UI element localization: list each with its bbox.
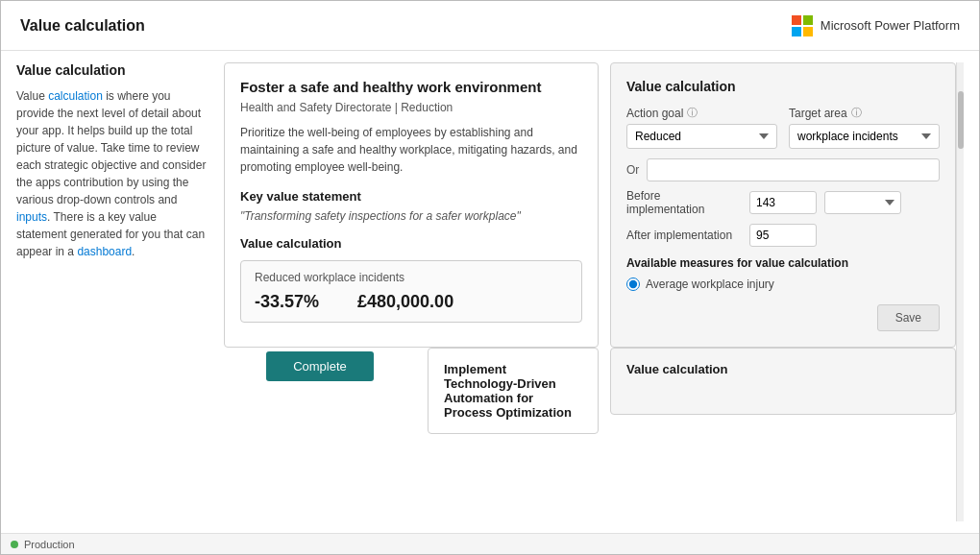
or-row: Or bbox=[626, 158, 940, 181]
before-impl-unit-select[interactable] bbox=[824, 191, 901, 214]
ms-logo-red bbox=[792, 15, 801, 25]
after-impl-row: After implementation bbox=[626, 224, 940, 247]
ms-logo-grid bbox=[792, 15, 813, 36]
main-card-desc: Prioritize the well-being of employees b… bbox=[240, 124, 582, 176]
main-content: Value calculation Value calculation is w… bbox=[1, 51, 979, 533]
before-impl-label: Before implementation bbox=[626, 189, 742, 216]
or-label: Or bbox=[626, 163, 639, 177]
bottom-card-right: Value calculation bbox=[610, 348, 956, 415]
measure-radio-label: Average workplace injury bbox=[646, 278, 774, 291]
status-bar: Production bbox=[1, 533, 979, 554]
main-card-subtitle: Health and Safety Directorate | Reductio… bbox=[240, 101, 582, 114]
before-impl-input[interactable] bbox=[749, 191, 817, 214]
action-goal-label: Action goal ⓘ bbox=[626, 106, 777, 120]
after-impl-input[interactable] bbox=[749, 224, 817, 247]
sidebar-link-dashboard[interactable]: dashboard bbox=[77, 245, 132, 258]
sidebar-link-inputs[interactable]: inputs bbox=[16, 210, 47, 224]
key-value-label: Key value statement bbox=[240, 189, 582, 204]
main-card: Foster a safe and healthy work environme… bbox=[224, 62, 599, 348]
ms-platform-text: Microsoft Power Platform bbox=[821, 18, 960, 33]
status-dot bbox=[11, 541, 18, 548]
ms-logo-green bbox=[803, 15, 813, 25]
value-calc-section-label: Value calculation bbox=[240, 236, 582, 251]
target-area-select[interactable]: workplace incidents accidents costs bbox=[789, 124, 940, 149]
action-goal-select[interactable]: Reduced Increased Maintained bbox=[626, 124, 777, 149]
value-calc-box-label: Reduced workplace incidents bbox=[255, 271, 568, 284]
scrollbar[interactable] bbox=[956, 62, 964, 521]
form-row-goal-target: Action goal ⓘ Reduced Increased Maintain… bbox=[626, 106, 940, 149]
ms-logo-yellow bbox=[803, 27, 813, 36]
bottom-card-right-title: Value calculation bbox=[626, 362, 940, 376]
sidebar-text: Value calculation is where you provide t… bbox=[16, 87, 208, 260]
complete-btn-area: Complete bbox=[224, 348, 416, 381]
top-card-row: Foster a safe and healthy work environme… bbox=[224, 62, 956, 348]
right-area: Foster a safe and healthy work environme… bbox=[224, 62, 956, 521]
target-area-label: Target area ⓘ bbox=[789, 106, 940, 120]
bottom-row: Complete Implement Technology-Driven Aut… bbox=[224, 348, 956, 434]
left-sidebar: Value calculation Value calculation is w… bbox=[16, 62, 208, 521]
bottom-card-left-title: Implement Technology-Driven Automation f… bbox=[444, 362, 582, 420]
right-area-wrapper: Foster a safe and healthy work environme… bbox=[224, 62, 964, 521]
measure-radio[interactable] bbox=[626, 278, 640, 291]
sidebar-link-calc[interactable]: calculation bbox=[48, 89, 103, 103]
save-button[interactable]: Save bbox=[877, 304, 940, 331]
header: Value calculation Microsoft Power Platfo… bbox=[1, 1, 979, 51]
sidebar-title: Value calculation bbox=[16, 62, 208, 78]
action-goal-col: Action goal ⓘ Reduced Increased Maintain… bbox=[626, 106, 777, 149]
scrollbar-thumb[interactable] bbox=[958, 91, 964, 149]
target-area-col: Target area ⓘ workplace incidents accide… bbox=[789, 106, 940, 149]
ms-logo-blue bbox=[792, 27, 801, 36]
after-impl-label: After implementation bbox=[626, 229, 742, 242]
value-calc-numbers: -33.57% £480,000.00 bbox=[255, 292, 568, 312]
value-form-card: Value calculation Action goal ⓘ Reduced bbox=[610, 62, 956, 348]
header-title: Value calculation bbox=[20, 17, 145, 35]
key-value-text: "Transforming safety inspections for a s… bbox=[240, 209, 582, 223]
action-goal-info-icon[interactable]: ⓘ bbox=[687, 106, 698, 120]
value-percentage: -33.57% bbox=[255, 292, 319, 312]
value-form-title: Value calculation bbox=[626, 79, 940, 94]
target-area-info-icon[interactable]: ⓘ bbox=[851, 106, 862, 120]
value-currency: £480,000.00 bbox=[357, 292, 453, 312]
or-input[interactable] bbox=[647, 158, 940, 181]
ms-logo-area: Microsoft Power Platform bbox=[792, 15, 960, 36]
status-text: Production bbox=[24, 539, 75, 550]
measures-label: Available measures for value calculation bbox=[626, 256, 940, 270]
before-impl-row: Before implementation bbox=[626, 189, 940, 216]
complete-button[interactable]: Complete bbox=[266, 351, 374, 381]
bottom-card-left: Implement Technology-Driven Automation f… bbox=[428, 348, 599, 434]
value-calc-box: Reduced workplace incidents -33.57% £480… bbox=[240, 260, 582, 323]
main-card-title: Foster a safe and healthy work environme… bbox=[240, 79, 582, 95]
measure-radio-row: Average workplace injury bbox=[626, 278, 940, 291]
